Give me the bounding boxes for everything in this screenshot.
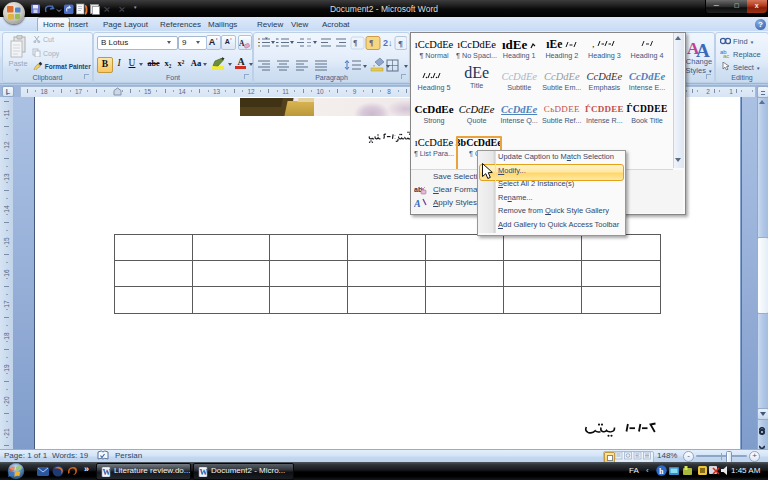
svg-text:ac: ac bbox=[723, 53, 729, 58]
svg-text:¶: ¶ bbox=[369, 39, 373, 48]
svg-text:h: h bbox=[659, 467, 664, 476]
svg-text:¶: ¶ bbox=[353, 39, 357, 48]
svg-text:2↓: 2↓ bbox=[383, 38, 393, 48]
svg-text:¶: ¶ bbox=[398, 39, 403, 49]
svg-text:W: W bbox=[103, 468, 111, 477]
svg-text:W: W bbox=[200, 468, 208, 477]
svg-text:A: A bbox=[414, 198, 421, 209]
svg-text:A: A bbox=[239, 39, 245, 48]
